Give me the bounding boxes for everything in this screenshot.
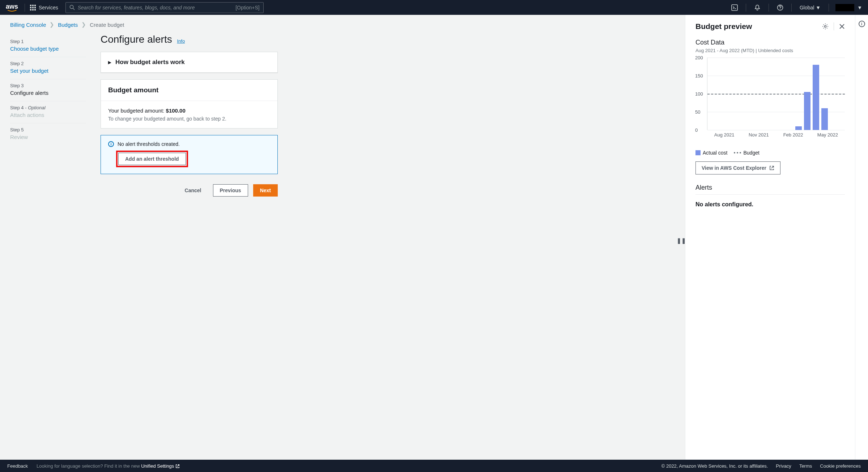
- help-icon[interactable]: [774, 4, 786, 11]
- wizard-steps: Step 1 Choose budget type Step 2 Set you…: [10, 34, 86, 197]
- alert-thresholds-panel: i No alert thresholds created. Add an al…: [101, 135, 278, 174]
- terms-link[interactable]: Terms: [799, 463, 812, 469]
- budget-amount-hint: To change your budgeted amount, go back …: [108, 116, 270, 122]
- breadcrumb-current: Create budget: [90, 22, 124, 28]
- unified-settings-link[interactable]: Unified Settings: [141, 463, 180, 469]
- cost-chart: 050100150200 Aug 2021Nov 2021Feb 2022May…: [695, 58, 845, 146]
- info-icon: i: [108, 141, 114, 147]
- budget-preview-panel: Budget preview ❚❚ Cost Data Aug 2021 - A…: [685, 15, 855, 460]
- top-nav: aws Services Search for services, featur…: [0, 0, 868, 15]
- close-icon[interactable]: [839, 24, 845, 29]
- step5-disabled: Review: [10, 134, 86, 140]
- bottom-bar: Feedback Looking for language selection?…: [0, 460, 868, 472]
- settings-icon[interactable]: [822, 23, 829, 30]
- next-button[interactable]: Next: [253, 184, 278, 197]
- step1-label: Step 1: [10, 39, 86, 44]
- external-link-icon: [175, 464, 180, 468]
- external-link-icon: [769, 165, 774, 170]
- preview-title: Budget preview: [695, 22, 752, 31]
- step2-label: Step 2: [10, 61, 86, 66]
- chart-bar: [821, 108, 828, 130]
- legend-actual-label: Actual cost: [703, 150, 727, 156]
- info-strip: i: [855, 15, 868, 460]
- alerts-section-header: Alerts: [695, 184, 845, 195]
- caret-right-icon: ▶: [108, 60, 111, 65]
- highlight-box: Add an alert threshold: [116, 151, 188, 167]
- chart-legend: Actual cost Budget: [695, 150, 845, 156]
- how-alerts-work-title: How budget alerts work: [115, 59, 185, 66]
- page-title: Configure alerts Info: [101, 34, 278, 45]
- budgeted-amount-line: Your budgeted amount: $100.00: [108, 108, 270, 114]
- cost-data-subtitle: Aug 2021 - Aug 2022 (MTD) | Unblended co…: [695, 48, 845, 53]
- notifications-icon[interactable]: [751, 4, 763, 11]
- account-menu[interactable]: [835, 4, 854, 11]
- breadcrumb-billing[interactable]: Billing Console: [10, 22, 46, 28]
- budget-amount-header: Budget amount: [101, 80, 277, 101]
- help-panel-icon[interactable]: i: [859, 21, 865, 27]
- step5-label: Step 5: [10, 127, 86, 132]
- how-alerts-work-panel: ▶ How budget alerts work: [101, 52, 278, 73]
- budgeted-amount-value: $100.00: [166, 108, 186, 114]
- region-selector[interactable]: Global ▼: [800, 5, 821, 10]
- chevron-right-icon: ❯: [50, 21, 54, 28]
- svg-point-0: [70, 5, 73, 8]
- step1-link[interactable]: Choose budget type: [10, 46, 86, 52]
- services-label: Services: [39, 5, 58, 10]
- search-icon: [69, 5, 75, 10]
- step3-current: Configure alerts: [10, 90, 86, 96]
- search-placeholder: Search for services, features, blogs, do…: [78, 5, 195, 10]
- feedback-link[interactable]: Feedback: [7, 463, 28, 469]
- chart-bar: [804, 92, 810, 130]
- services-grid-icon: [30, 5, 36, 10]
- privacy-link[interactable]: Privacy: [776, 463, 791, 469]
- cancel-button[interactable]: Cancel: [178, 185, 208, 196]
- legend-actual-swatch: [695, 150, 701, 155]
- chart-bar: [795, 126, 802, 130]
- legend-budget-label: Budget: [743, 150, 759, 156]
- services-menu[interactable]: Services: [30, 5, 58, 10]
- copyright-text: © 2022, Amazon Web Services, Inc. or its…: [661, 463, 768, 469]
- breadcrumb-budgets[interactable]: Budgets: [58, 22, 78, 28]
- no-alerts-text: No alerts configured.: [695, 201, 845, 208]
- no-thresholds-text: No alert thresholds created.: [118, 141, 180, 147]
- step4-label: Step 4 - Optional: [10, 105, 86, 110]
- step3-label: Step 3: [10, 83, 86, 88]
- previous-button[interactable]: Previous: [213, 184, 248, 197]
- chart-bar: [813, 65, 819, 130]
- breadcrumb: Billing Console ❯ Budgets ❯ Create budge…: [10, 21, 675, 28]
- svg-point-4: [825, 26, 826, 28]
- info-link[interactable]: Info: [177, 38, 185, 44]
- add-alert-threshold-button[interactable]: Add an alert threshold: [118, 153, 186, 165]
- search-shortcut: [Option+S]: [235, 5, 260, 10]
- step4-disabled: Attach actions: [10, 112, 86, 118]
- cloudshell-icon[interactable]: [728, 4, 741, 11]
- chevron-right-icon: ❯: [81, 21, 86, 28]
- aws-logo[interactable]: aws: [6, 3, 18, 12]
- collapse-handle-icon[interactable]: ❚❚: [677, 237, 686, 244]
- account-caret-icon: ▼: [857, 5, 862, 10]
- view-cost-explorer-button[interactable]: View in AWS Cost Explorer: [695, 161, 780, 174]
- search-input[interactable]: Search for services, features, blogs, do…: [65, 2, 264, 13]
- how-alerts-work-toggle[interactable]: ▶ How budget alerts work: [101, 52, 277, 72]
- budget-amount-panel: Budget amount Your budgeted amount: $100…: [101, 79, 278, 128]
- lang-hint: Looking for language selection? Find it …: [37, 463, 180, 469]
- cookie-link[interactable]: Cookie preferences: [820, 463, 861, 469]
- legend-budget-swatch: [734, 152, 741, 153]
- cost-data-title: Cost Data: [695, 39, 845, 46]
- svg-line-1: [73, 8, 75, 10]
- step2-link[interactable]: Set your budget: [10, 68, 86, 74]
